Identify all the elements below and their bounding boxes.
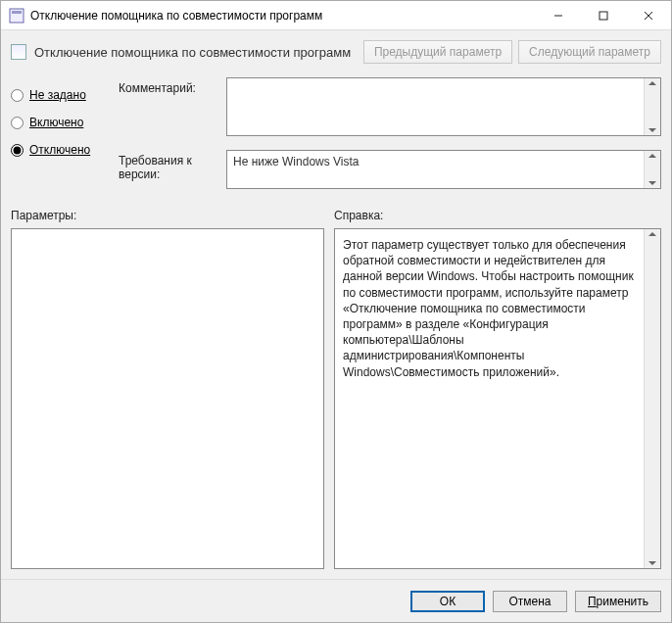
- radio-disabled[interactable]: [11, 144, 24, 157]
- state-radio-group: Не задано Включено Отключено: [11, 77, 119, 203]
- scroll-down-icon: [648, 128, 656, 132]
- gpo-editor-window: Отключение помощника по совместимости пр…: [0, 0, 672, 623]
- policy-title: Отключение помощника по совместимости пр…: [34, 45, 358, 60]
- radio-not-configured-label[interactable]: Не задано: [29, 88, 86, 102]
- requirements-label: Требования к версии:: [119, 150, 226, 181]
- radio-enabled[interactable]: [11, 117, 24, 129]
- dialog-footer: ОК Отмена Применить: [1, 579, 671, 622]
- next-setting-button[interactable]: Следующий параметр: [518, 40, 661, 64]
- radio-disabled-label[interactable]: Отключено: [29, 143, 90, 157]
- previous-setting-button[interactable]: Предыдущий параметр: [363, 40, 512, 64]
- radio-enabled-label[interactable]: Включено: [29, 116, 83, 129]
- comment-scrollbar[interactable]: [644, 78, 660, 135]
- requirements-value: Не ниже Windows Vista: [233, 155, 360, 168]
- help-text: Этот параметр существует только для обес…: [335, 229, 660, 388]
- help-section-label: Справка:: [334, 209, 383, 222]
- help-scrollbar[interactable]: [644, 229, 660, 568]
- app-icon: [9, 8, 24, 24]
- ok-button[interactable]: ОК: [410, 591, 485, 612]
- window-title: Отключение помощника по совместимости пр…: [30, 9, 536, 23]
- policy-icon: [11, 44, 26, 60]
- minimize-button[interactable]: [536, 1, 581, 29]
- maximize-button[interactable]: [581, 1, 626, 29]
- comment-textarea[interactable]: [226, 77, 661, 136]
- svg-rect-1: [12, 11, 22, 14]
- close-button[interactable]: [626, 1, 671, 29]
- requirements-scrollbar[interactable]: [644, 151, 660, 188]
- svg-rect-3: [600, 12, 607, 20]
- scroll-up-icon: [648, 81, 656, 85]
- scroll-down-icon: [648, 561, 656, 565]
- help-panel: Этот параметр существует только для обес…: [334, 228, 661, 569]
- params-panel: [11, 228, 324, 569]
- titlebar: Отключение помощника по совместимости пр…: [1, 1, 671, 30]
- header-bar: Отключение помощника по совместимости пр…: [1, 30, 671, 77]
- apply-button[interactable]: Применить: [575, 591, 661, 612]
- scroll-up-icon: [648, 154, 656, 158]
- requirements-box: Не ниже Windows Vista: [226, 150, 661, 189]
- cancel-button[interactable]: Отмена: [493, 591, 567, 612]
- scroll-up-icon: [648, 232, 656, 236]
- radio-not-configured[interactable]: [11, 89, 24, 102]
- scroll-down-icon: [648, 181, 656, 185]
- params-section-label: Параметры:: [11, 209, 334, 222]
- comment-label: Комментарий:: [119, 77, 226, 95]
